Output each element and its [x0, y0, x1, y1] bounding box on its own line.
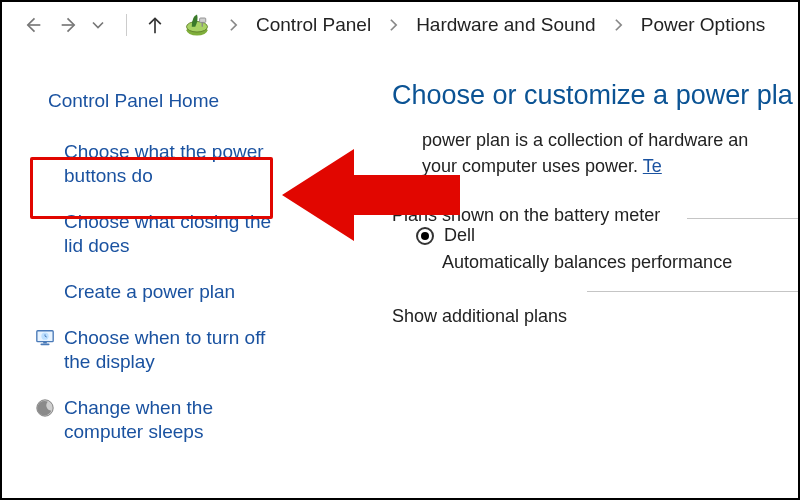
separator: [126, 14, 127, 36]
sidebar: Control Panel Home Choose what the power…: [2, 80, 302, 466]
breadcrumb-hardware-sound[interactable]: Hardware and Sound: [416, 14, 596, 36]
back-button[interactable]: [22, 15, 42, 35]
plans-section-header: Plans shown on the battery meter: [392, 205, 798, 226]
svg-rect-9: [43, 342, 47, 344]
description-line-2: your computer uses power. Te: [422, 153, 798, 179]
show-additional-plans[interactable]: Show additional plans: [392, 300, 798, 327]
sidebar-item-label: Create a power plan: [64, 280, 235, 304]
svg-rect-10: [40, 343, 49, 345]
plan-description: Automatically balances performance: [442, 252, 798, 273]
sidebar-item-closing-lid[interactable]: Choose what closing the lid does: [34, 210, 290, 258]
description-text: your computer uses power.: [422, 156, 643, 176]
main-panel: Choose or customize a power pla power pl…: [302, 80, 798, 466]
page-title: Choose or customize a power pla: [392, 80, 798, 111]
breadcrumb-control-panel[interactable]: Control Panel: [256, 14, 371, 36]
svg-point-4: [187, 22, 208, 33]
sidebar-item-label: Choose what the power buttons do: [64, 140, 290, 188]
forward-button[interactable]: [60, 15, 80, 35]
power-plan-option[interactable]: Dell: [416, 225, 798, 246]
breadcrumb-power-options[interactable]: Power Options: [641, 14, 766, 36]
chevron-right-icon[interactable]: [389, 18, 398, 32]
power-options-icon: [183, 11, 211, 39]
content-area: Control Panel Home Choose what the power…: [2, 46, 798, 466]
sidebar-item-label: Change when the computer sleeps: [64, 396, 290, 444]
sidebar-item-computer-sleeps[interactable]: Change when the computer sleeps: [34, 396, 290, 444]
sidebar-item-turn-off-display[interactable]: Choose when to turn off the display: [34, 326, 290, 374]
tell-me-more-link[interactable]: Te: [643, 156, 662, 176]
control-panel-home-link[interactable]: Control Panel Home: [48, 90, 290, 112]
address-toolbar: Control Panel Hardware and Sound Power O…: [2, 2, 798, 46]
moon-icon: [34, 398, 56, 418]
sidebar-item-label: Choose what closing the lid does: [64, 210, 290, 258]
sidebar-item-create-plan[interactable]: Create a power plan: [34, 280, 290, 304]
svg-rect-5: [200, 18, 206, 22]
description-line-1: power plan is a collection of hardware a…: [422, 127, 798, 153]
radio-selected-icon[interactable]: [416, 227, 434, 245]
sidebar-item-label: Choose when to turn off the display: [64, 326, 290, 374]
sidebar-item-power-buttons[interactable]: Choose what the power buttons do: [34, 140, 290, 188]
recent-dropdown-icon[interactable]: [88, 15, 108, 35]
monitor-icon: [34, 328, 56, 348]
plan-name: Dell: [444, 225, 475, 246]
up-button[interactable]: [145, 15, 165, 35]
chevron-right-icon[interactable]: [229, 18, 238, 32]
chevron-right-icon[interactable]: [614, 18, 623, 32]
separator: [587, 291, 798, 292]
separator: [687, 218, 798, 219]
